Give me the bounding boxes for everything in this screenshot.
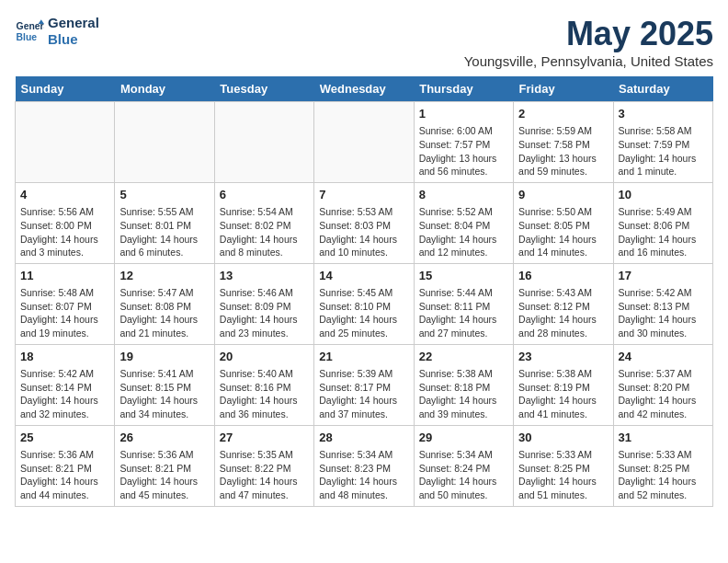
day-info-line: and 32 minutes. <box>20 408 89 419</box>
day-info-line: Daylight: 14 hours <box>119 314 198 325</box>
day-info-line: Daylight: 14 hours <box>619 395 697 406</box>
day-info-line: Daylight: 14 hours <box>220 234 298 245</box>
day-info: Sunrise: 5:46 AMSunset: 8:09 PMDaylight:… <box>220 286 309 340</box>
calendar-cell: 6Sunrise: 5:54 AMSunset: 8:02 PMDaylight… <box>214 182 313 263</box>
day-number: 9 <box>518 187 608 203</box>
day-info: Sunrise: 5:58 AMSunset: 7:59 PMDaylight:… <box>619 124 708 178</box>
day-header-friday: Friday <box>514 76 613 102</box>
day-info-line: Sunset: 8:10 PM <box>319 301 391 312</box>
day-info-line: Sunset: 8:00 PM <box>20 220 92 231</box>
day-info: Sunrise: 5:55 AMSunset: 8:01 PMDaylight:… <box>119 205 209 259</box>
day-info-line: Sunset: 8:20 PM <box>619 382 690 393</box>
day-info-line: and 37 minutes. <box>319 408 388 419</box>
day-info: Sunrise: 5:38 AMSunset: 8:19 PMDaylight:… <box>518 367 608 421</box>
day-info: Sunrise: 5:39 AMSunset: 8:17 PMDaylight:… <box>319 367 408 421</box>
day-number: 21 <box>319 349 408 365</box>
calendar-cell: 28Sunrise: 5:34 AMSunset: 8:23 PMDayligh… <box>314 425 414 506</box>
day-info-line: Daylight: 14 hours <box>619 153 697 164</box>
day-info-line: and 39 minutes. <box>419 408 488 419</box>
day-info-line: Sunset: 8:22 PM <box>220 463 291 474</box>
day-info-line: and 56 minutes. <box>419 166 488 177</box>
day-info-line: Sunrise: 5:42 AM <box>20 368 94 379</box>
location: Youngsville, Pennsylvania, United States <box>464 53 713 69</box>
day-info-line: Sunrise: 5:52 AM <box>419 206 493 217</box>
calendar-cell: 12Sunrise: 5:47 AMSunset: 8:08 PMDayligh… <box>115 263 214 344</box>
day-info: Sunrise: 5:53 AMSunset: 8:03 PMDaylight:… <box>319 205 408 259</box>
day-info-line: Sunset: 8:01 PM <box>119 220 191 231</box>
day-header-monday: Monday <box>115 76 214 102</box>
day-info-line: Sunset: 8:08 PM <box>119 301 191 312</box>
calendar-cell <box>16 102 115 183</box>
day-number: 29 <box>419 430 508 446</box>
day-info-line: and 23 minutes. <box>220 327 289 339</box>
day-info: Sunrise: 5:40 AMSunset: 8:16 PMDaylight:… <box>220 367 309 421</box>
day-number: 11 <box>20 268 109 284</box>
day-info-line: Daylight: 14 hours <box>319 476 397 487</box>
day-info: Sunrise: 5:43 AMSunset: 8:12 PMDaylight:… <box>518 286 608 340</box>
day-header-wednesday: Wednesday <box>314 76 414 102</box>
day-info-line: Daylight: 14 hours <box>20 314 98 325</box>
calendar-cell: 5Sunrise: 5:55 AMSunset: 8:01 PMDaylight… <box>115 182 214 263</box>
day-info: Sunrise: 5:33 AMSunset: 8:25 PMDaylight:… <box>518 448 608 502</box>
calendar-cell: 14Sunrise: 5:45 AMSunset: 8:10 PMDayligh… <box>314 263 414 344</box>
day-info-line: and 34 minutes. <box>119 408 188 419</box>
day-info-line: Sunset: 8:12 PM <box>518 301 590 312</box>
day-info-line: Sunset: 7:57 PM <box>419 139 491 150</box>
calendar-cell: 15Sunrise: 5:44 AMSunset: 8:11 PMDayligh… <box>414 263 513 344</box>
day-info-line: Sunset: 8:06 PM <box>619 220 690 231</box>
day-info-line: Daylight: 14 hours <box>220 476 298 487</box>
day-info-line: Daylight: 14 hours <box>619 234 697 245</box>
day-info-line: and 28 minutes. <box>518 327 587 339</box>
day-header-saturday: Saturday <box>613 76 712 102</box>
day-info-line: Daylight: 14 hours <box>518 314 597 325</box>
calendar-week-row: 18Sunrise: 5:42 AMSunset: 8:14 PMDayligh… <box>16 344 713 425</box>
day-info: Sunrise: 5:44 AMSunset: 8:11 PMDaylight:… <box>419 286 508 340</box>
day-info-line: Daylight: 14 hours <box>419 476 497 487</box>
day-info-line: Daylight: 14 hours <box>419 395 497 406</box>
day-info-line: Sunrise: 5:33 AM <box>518 449 592 460</box>
day-info-line: Sunset: 8:16 PM <box>220 382 291 393</box>
day-info-line: Sunset: 8:21 PM <box>119 463 191 474</box>
day-info-line: Sunset: 7:58 PM <box>518 139 590 150</box>
calendar-cell: 27Sunrise: 5:35 AMSunset: 8:22 PMDayligh… <box>214 425 313 506</box>
calendar-cell: 31Sunrise: 5:33 AMSunset: 8:25 PMDayligh… <box>613 425 712 506</box>
day-number: 26 <box>119 430 209 446</box>
day-info-line: Daylight: 14 hours <box>20 234 98 245</box>
day-info-line: and 52 minutes. <box>619 489 688 500</box>
calendar-cell: 22Sunrise: 5:38 AMSunset: 8:18 PMDayligh… <box>414 344 513 425</box>
day-number: 13 <box>220 268 309 284</box>
calendar-cell: 11Sunrise: 5:48 AMSunset: 8:07 PMDayligh… <box>16 263 115 344</box>
day-number: 28 <box>319 430 408 446</box>
day-number: 8 <box>419 187 508 203</box>
day-info-line: and 6 minutes. <box>119 247 183 258</box>
day-info-line: Sunrise: 5:43 AM <box>518 287 592 298</box>
calendar-cell: 9Sunrise: 5:50 AMSunset: 8:05 PMDaylight… <box>514 182 613 263</box>
day-info-line: Sunrise: 5:38 AM <box>518 368 592 379</box>
day-info-line: Daylight: 14 hours <box>220 314 298 325</box>
page-header: General Blue GeneralBlue May 2025 Youngs… <box>15 15 713 69</box>
day-info-line: Sunrise: 5:53 AM <box>319 206 392 217</box>
day-info-line: Daylight: 14 hours <box>319 314 397 325</box>
day-info: Sunrise: 5:54 AMSunset: 8:02 PMDaylight:… <box>220 205 309 259</box>
day-info: Sunrise: 5:56 AMSunset: 8:00 PMDaylight:… <box>20 205 109 259</box>
day-info-line: Sunrise: 5:46 AM <box>220 287 293 298</box>
day-info: Sunrise: 5:50 AMSunset: 8:05 PMDaylight:… <box>518 205 608 259</box>
day-info-line: and 30 minutes. <box>619 327 688 339</box>
day-info-line: Daylight: 13 hours <box>419 153 497 164</box>
day-info-line: and 12 minutes. <box>419 247 488 258</box>
day-info-line: Sunrise: 5:40 AM <box>220 368 293 379</box>
day-info-line: Sunset: 8:05 PM <box>518 220 590 231</box>
day-info-line: Sunrise: 5:34 AM <box>319 449 392 460</box>
day-info-line: and 36 minutes. <box>220 408 289 419</box>
day-info-line: Sunrise: 5:33 AM <box>619 449 692 460</box>
day-info: Sunrise: 5:35 AMSunset: 8:22 PMDaylight:… <box>220 448 309 502</box>
day-info-line: Sunrise: 5:36 AM <box>20 449 94 460</box>
calendar-cell: 20Sunrise: 5:40 AMSunset: 8:16 PMDayligh… <box>214 344 313 425</box>
day-info-line: Sunset: 8:25 PM <box>518 463 590 474</box>
day-info-line: and 42 minutes. <box>619 408 688 419</box>
calendar-cell: 17Sunrise: 5:42 AMSunset: 8:13 PMDayligh… <box>613 263 712 344</box>
day-number: 27 <box>220 430 309 446</box>
day-number: 14 <box>319 268 408 284</box>
day-info-line: Sunrise: 5:55 AM <box>119 206 193 217</box>
calendar-cell: 2Sunrise: 5:59 AMSunset: 7:58 PMDaylight… <box>514 102 613 183</box>
